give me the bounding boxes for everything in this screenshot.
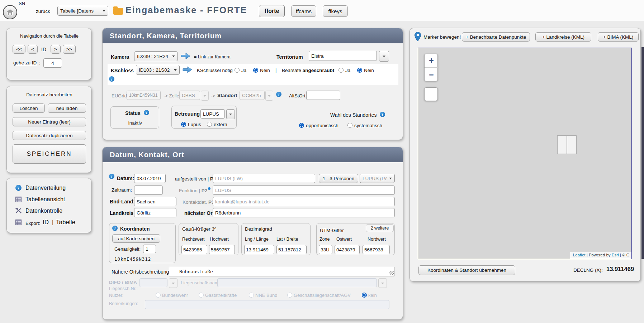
map-marker-icon	[415, 32, 421, 43]
eugrid-label: EUGrid	[112, 93, 127, 98]
orts-textarea[interactable]: Bühnaustraße	[169, 267, 395, 276]
nutzer-kein-radio[interactable]	[362, 293, 367, 298]
save-button[interactable]: SPEICHERN	[13, 144, 86, 164]
liegenschaftsname-label: Liegenschaftsname:	[181, 280, 222, 285]
leaflet-link[interactable]: Leaflet	[573, 253, 586, 257]
kamera-select[interactable]: ID239 : 21R24	[134, 51, 178, 61]
bima-kml-button[interactable]: + BIMA (KML)	[598, 32, 639, 42]
link-arrow-icon[interactable]	[181, 53, 190, 61]
betreuung-extern-radio[interactable]	[207, 122, 212, 127]
bearsafe-ja-radio[interactable]	[338, 68, 344, 73]
datum-info-icon[interactable]	[109, 174, 114, 179]
export-tabelle-link[interactable]: Tabelle	[56, 219, 75, 226]
map-layers-button[interactable]	[424, 87, 438, 101]
map-canvas[interactable]: + − Leaflet | Powered by Esri | © C	[418, 48, 632, 259]
nav-last-button[interactable]: >>	[63, 45, 76, 54]
bearsafe-ja-label: Ja	[345, 68, 350, 73]
nav-id-label: ID	[41, 47, 46, 52]
betreuung-input[interactable]	[200, 109, 225, 119]
nav-next-button[interactable]: >	[51, 45, 61, 54]
opportunistisch-label: opportunistisch	[306, 123, 338, 128]
utm-more-button[interactable]: 2 weitere	[366, 224, 394, 232]
kschluessel-nein-radio[interactable]	[253, 68, 258, 73]
apply-coordinates-button[interactable]: Koordinaten & Standort übernehmen	[418, 265, 515, 275]
table-select[interactable]: Tabelle [Datens	[57, 6, 108, 16]
pipe-separator: |	[275, 67, 277, 73]
esri-link[interactable]: Esri	[612, 253, 619, 257]
karte-suchen-button[interactable]: auf Karte suchen	[112, 234, 160, 243]
utm-nordwert-input[interactable]	[363, 245, 390, 254]
landkreise-kml-button[interactable]: + Landkreise (KML)	[535, 32, 591, 42]
datum-panel: Datum, Kontakt, Ort Datum: aufgestellt v…	[102, 147, 403, 320]
liegenschaftsname-input	[217, 278, 377, 287]
hochwert-input[interactable]	[209, 245, 235, 254]
reload-button[interactable]: neu laden	[48, 103, 86, 113]
gauss-col2: Hochwert	[210, 237, 229, 242]
p2-info-dot[interactable]	[208, 187, 210, 190]
kschloss-select[interactable]: ID103 : 21S02	[136, 65, 180, 75]
ort-input[interactable]	[213, 208, 395, 217]
goto-id-input[interactable]	[43, 58, 62, 68]
datum-input[interactable]	[134, 174, 166, 183]
home-button[interactable]	[3, 5, 17, 19]
nutzer-nne-bund-label: NNE Bund	[255, 293, 277, 298]
export-id-link[interactable]: ID	[43, 219, 49, 226]
betreuung-dropdown-button[interactable]	[226, 109, 235, 119]
lat-input[interactable]	[276, 245, 307, 254]
nutzer-kein-label: kein	[368, 293, 377, 298]
utm-ostwert-input[interactable]	[335, 245, 360, 254]
territorium-input[interactable]	[309, 51, 377, 61]
standort-info-icon[interactable]	[276, 92, 281, 97]
zeitraum-input[interactable]	[134, 185, 163, 195]
p1-input[interactable]	[213, 174, 315, 183]
nav-first-button[interactable]: <<	[13, 45, 25, 54]
territorium-dropdown-button[interactable]	[379, 51, 389, 62]
back-link[interactable]: zurück	[36, 9, 50, 14]
link-datenkontrolle[interactable]: Datenkontrolle	[25, 208, 62, 214]
bearsafe-nein-radio[interactable]	[357, 68, 362, 73]
sn-label: SN	[19, 1, 25, 6]
p2-input[interactable]	[213, 185, 395, 195]
utm-zone-input[interactable]	[319, 245, 332, 254]
vertical-scrollbar[interactable]	[641, 47, 644, 259]
betreuung-extern-label: extern	[214, 122, 227, 127]
landkreis-input[interactable]	[134, 208, 176, 217]
duplicate-button[interactable]: Datensatz duplizieren	[13, 131, 86, 140]
new-entry-button[interactable]: Neuer Eintrag (leer)	[13, 117, 86, 126]
edit-panel: Datensatz bearbeiten Löschen neu laden N…	[6, 86, 91, 173]
kschluessel-ja-radio[interactable]	[235, 68, 240, 73]
zoom-in-button[interactable]: +	[425, 54, 438, 68]
wahl-info-icon[interactable]	[380, 112, 385, 117]
systematisch-radio[interactable]	[347, 123, 352, 128]
koordinaten-info-icon[interactable]	[112, 226, 118, 231]
liegenschaftsname-dropdown	[378, 278, 387, 288]
kschloss-info-icon[interactable]	[109, 76, 114, 82]
link-tabellenansicht[interactable]: Tabellenansicht	[25, 196, 65, 203]
delete-button[interactable]: Löschen	[13, 103, 45, 113]
rechtswert-input[interactable]	[181, 245, 207, 254]
standort-section-header: Standort, Kamera, Territorium	[103, 28, 403, 43]
lng-input[interactable]	[244, 245, 274, 254]
genauigkeit-input[interactable]	[143, 245, 156, 253]
zoom-out-button[interactable]: −	[425, 68, 438, 82]
status-info-icon[interactable]	[144, 110, 149, 115]
goto-id-link[interactable]: gehe zu ID	[13, 60, 37, 66]
difo-bemerkungen-label: Bemerkungen:	[109, 301, 138, 306]
p3-input[interactable]	[213, 197, 395, 206]
link-datenverteilung[interactable]: Datenverteilung	[25, 185, 66, 191]
tab-ffkeys[interactable]: ffkeys	[323, 5, 348, 17]
tab-ffcams[interactable]: ffcams	[291, 5, 316, 17]
resize-handle[interactable]	[389, 271, 394, 275]
benachbarte-datenpunkte-button[interactable]: + Benachbarte Datenpunkte	[462, 32, 530, 42]
orts-value: Bühnaustraße	[179, 269, 213, 274]
altstort-input[interactable]	[306, 91, 340, 100]
personen-button[interactable]: 1 - 3 Personen	[319, 174, 358, 183]
p1-select[interactable]: LUPUS (LW	[360, 174, 395, 183]
bnd-land-input[interactable]	[134, 197, 176, 206]
tab-fforte[interactable]: fforte	[259, 5, 285, 17]
link-arrow-icon[interactable]	[183, 66, 192, 74]
nutzer-nne-bund-radio	[249, 293, 254, 298]
opportunistisch-radio[interactable]	[299, 123, 304, 128]
nav-prev-button[interactable]: <	[28, 45, 38, 54]
betreuung-lupus-radio[interactable]	[181, 122, 186, 127]
